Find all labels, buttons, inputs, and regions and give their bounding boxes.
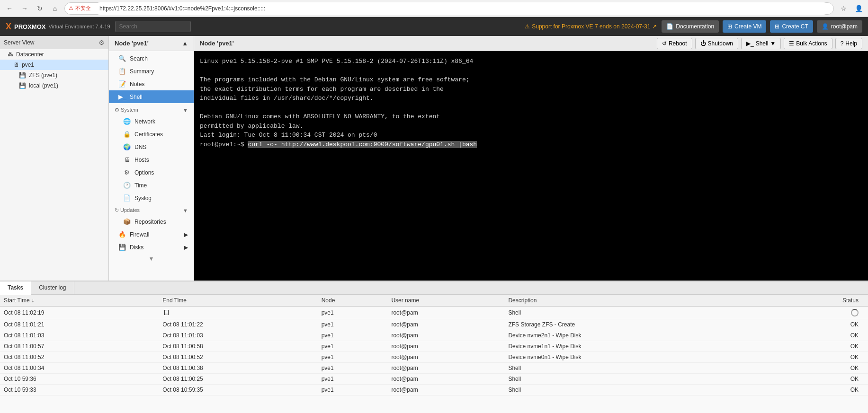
profile-button[interactable]: 👤 xyxy=(853,3,864,14)
tab-tasks[interactable]: Tasks xyxy=(0,281,31,295)
gear-button[interactable]: ⚙ xyxy=(98,39,105,46)
home-button[interactable]: ⌂ xyxy=(49,3,61,14)
create-ct-button[interactable]: ⊞ Create CT xyxy=(770,20,813,33)
col-description[interactable]: Description xyxy=(504,295,770,307)
terminal-line-1: Linux pve1 5.15.158-2-pve #1 SMP PVE 5.1… xyxy=(200,57,862,66)
cell-user: root@pam xyxy=(387,319,504,330)
certificates-icon: 🔒 xyxy=(123,131,131,138)
top-search-input[interactable] xyxy=(115,21,191,32)
local-label: local (pve1) xyxy=(29,82,58,89)
user-button[interactable]: 👤 root@pam xyxy=(817,20,862,33)
bookmark-button[interactable]: ☆ xyxy=(838,3,849,14)
cell-status: OK xyxy=(771,385,868,395)
server-view-header: Server View ⚙ xyxy=(0,36,108,49)
menu-item-search[interactable]: 🔍 Search xyxy=(109,52,194,65)
shutdown-button[interactable]: ⏻ Shutdown xyxy=(695,38,738,49)
cell-user: root@pam xyxy=(387,385,504,395)
help-button[interactable]: ? Help xyxy=(835,38,862,49)
table-row: Oct 08 11:00:57 Oct 08 11:00:58 pve1 roo… xyxy=(0,341,868,352)
menu-item-summary[interactable]: 📋 Summary xyxy=(109,65,194,78)
tree-item-pve1[interactable]: 🖥 pve1 xyxy=(0,60,108,70)
node-icon: 🖥 xyxy=(13,62,19,68)
col-user[interactable]: User name xyxy=(387,295,504,307)
url-input[interactable] xyxy=(94,2,830,15)
main-layout: Server View ⚙ 🖧 Datacenter 🖥 pve1 💾 ZFS … xyxy=(0,36,868,413)
menu-item-dns[interactable]: 🌍 DNS xyxy=(109,141,194,153)
table-row: Oct 08 11:01:03 Oct 08 11:01:03 pve1 roo… xyxy=(0,330,868,341)
tree-item-zfs[interactable]: 💾 ZFS (pve1) xyxy=(0,70,108,80)
reboot-button[interactable]: ↺ Reboot xyxy=(657,38,692,49)
forward-button[interactable]: → xyxy=(19,3,30,14)
system-section-header[interactable]: ⚙ System ▼ xyxy=(109,104,194,115)
options-icon: ⚙ xyxy=(123,169,131,176)
cell-node: pve1 xyxy=(318,385,388,395)
menu-item-disks[interactable]: 💾 Disks ▶ xyxy=(109,241,194,254)
cell-end-time: Oct 08 11:01:03 xyxy=(159,330,317,341)
back-button[interactable]: ← xyxy=(4,3,15,14)
syslog-label: Syslog xyxy=(134,195,152,202)
menu-item-time[interactable]: 🕐 Time xyxy=(109,179,194,192)
col-node[interactable]: Node xyxy=(318,295,388,307)
cell-user: root@pam xyxy=(387,330,504,341)
tab-cluster-log[interactable]: Cluster log xyxy=(31,281,74,294)
create-vm-button[interactable]: ⊞ Create VM xyxy=(723,20,766,33)
external-link-icon: ↗ xyxy=(652,23,657,30)
cell-description: Shell xyxy=(504,374,770,385)
disks-icon: 💾 xyxy=(118,244,126,251)
cell-end-time: Oct 08 11:01:22 xyxy=(159,319,317,330)
node-menu-section-main: 🔍 Search 📋 Summary 📝 Notes ▶_ Shell xyxy=(109,51,194,104)
cell-node: pve1 xyxy=(318,319,388,330)
menu-item-certificates[interactable]: 🔒 Certificates xyxy=(109,128,194,141)
col-status[interactable]: Status xyxy=(771,295,868,307)
menu-item-syslog[interactable]: 📄 Syslog xyxy=(109,192,194,204)
shell-dropdown-icon: ▼ xyxy=(770,40,776,47)
menu-item-shell[interactable]: ▶_ Shell xyxy=(109,90,194,103)
reload-button[interactable]: ↻ xyxy=(34,3,45,14)
cell-description: ZFS Storage ZFS - Create xyxy=(504,319,770,330)
col-end-time[interactable]: End Time xyxy=(159,295,317,307)
menu-item-repositories[interactable]: 📦 Repositories xyxy=(109,215,194,228)
bottom-panel: Tasks Cluster log Start Time ↓ End Time … xyxy=(0,281,868,413)
left-sidebar: Server View ⚙ 🖧 Datacenter 🖥 pve1 💾 ZFS … xyxy=(0,36,109,281)
shell-terminal[interactable]: Linux pve1 5.15.158-2-pve #1 SMP PVE 5.1… xyxy=(194,51,868,281)
col-start-time[interactable]: Start Time ↓ xyxy=(0,295,159,307)
cell-node: pve1 xyxy=(318,352,388,363)
security-icon: ⚠ xyxy=(69,5,73,11)
menu-item-hosts[interactable]: 🖥 Hosts xyxy=(109,153,194,166)
cell-status: OK xyxy=(771,363,868,374)
notes-label: Notes xyxy=(130,81,144,88)
terminal-prompt: root@pve1:~$ xyxy=(200,141,244,148)
collapse-icon: ▲ xyxy=(182,40,188,47)
network-icon: 🌐 xyxy=(123,118,131,125)
cell-start-time: Oct 08 11:00:57 xyxy=(0,341,159,352)
shell-action-icon: ▶_ xyxy=(746,40,754,47)
updates-section-header[interactable]: ↻ Updates ▼ xyxy=(109,204,194,215)
menu-item-network[interactable]: 🌐 Network xyxy=(109,115,194,128)
terminal-line-3: the exact distribution terms for each pr… xyxy=(200,85,862,94)
bulk-actions-button[interactable]: ☰ Bulk Actions xyxy=(784,38,832,49)
zfs-label: ZFS (pve1) xyxy=(29,72,57,79)
summary-label: Summary xyxy=(130,68,154,75)
status-ok: OK xyxy=(850,365,859,371)
node-actions: ↺ Reboot ⏻ Shutdown ▶_ Shell ▼ ☰ Bulk xyxy=(657,38,862,49)
proxmox-logo: X PROXMOX Virtual Environment 7.4-19 xyxy=(6,22,110,32)
cell-start-time: Oct 08 11:00:52 xyxy=(0,352,159,363)
menu-item-firewall[interactable]: 🔥 Firewall ▶ xyxy=(109,228,194,241)
cell-node: pve1 xyxy=(318,374,388,385)
node-menu-header: Node 'pve1' ▲ xyxy=(109,36,194,51)
cell-description: Device nvme0n1 - Wipe Disk xyxy=(504,352,770,363)
bottom-table: Start Time ↓ End Time Node User name Des… xyxy=(0,295,868,413)
options-label: Options xyxy=(134,169,154,176)
notes-icon: 📝 xyxy=(118,80,126,88)
tree-item-datacenter[interactable]: 🖧 Datacenter xyxy=(0,49,108,60)
menu-scroll-down[interactable]: ▼ xyxy=(109,254,194,264)
zfs-icon: 💾 xyxy=(19,72,26,79)
table-row: Oct 10 59:36 Oct 08 11:00:25 pve1 root@p… xyxy=(0,374,868,385)
tree-item-local[interactable]: 💾 local (pve1) xyxy=(0,80,108,91)
menu-item-options[interactable]: ⚙ Options xyxy=(109,166,194,179)
cell-end-time: 🖥 xyxy=(159,307,317,319)
documentation-button[interactable]: 📄 Documentation xyxy=(662,20,719,33)
support-link[interactable]: ⚠ Support for Proxmox VE 7 ends on 2024-… xyxy=(525,23,657,30)
menu-item-notes[interactable]: 📝 Notes xyxy=(109,78,194,90)
shell-action-button[interactable]: ▶_ Shell ▼ xyxy=(741,38,781,49)
